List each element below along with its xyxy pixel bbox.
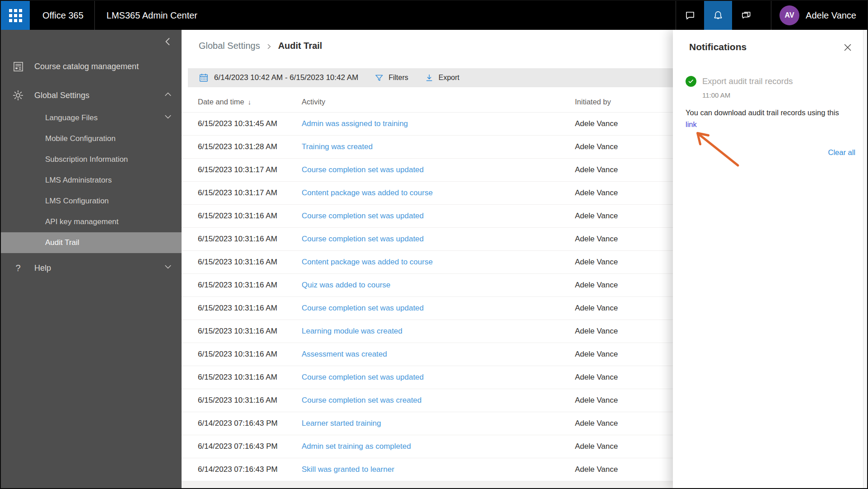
row-date: 6/15/2023 10:31:16 AM [198, 235, 302, 244]
sidebar-item-label: Mobile Configuration [45, 134, 116, 143]
clear-all-button[interactable]: Clear all [828, 148, 855, 157]
notification-title: Export audit trail records [702, 76, 793, 86]
close-notifications-button[interactable] [843, 42, 853, 52]
user-avatar[interactable]: AV [779, 5, 799, 25]
column-header-activity: Activity [302, 98, 575, 106]
chevron-right-icon [266, 43, 273, 50]
close-icon [843, 43, 852, 52]
feedback-button[interactable] [732, 1, 760, 30]
sort-desc-icon: ↓ [248, 98, 252, 106]
gear-icon [12, 89, 24, 102]
activity-link[interactable]: Learner started training [302, 419, 381, 428]
app-title: LMS365 Admin Center [107, 10, 197, 21]
sidebar-item-label: Language Files [45, 113, 98, 122]
app-window: Office 365 LMS365 Admin Center [0, 0, 868, 489]
topbar-divider [771, 1, 771, 30]
sidebar-collapse-button[interactable] [163, 36, 173, 49]
activity-link[interactable]: Admin set training as completed [302, 442, 411, 451]
chat-button[interactable] [676, 1, 704, 30]
notification-time: 11:00 AM [702, 91, 730, 99]
activity-link[interactable]: Skill was granted to learner [302, 465, 394, 474]
notifications-panel: Notifications Export audit trail records… [673, 30, 867, 488]
filters-label: Filters [388, 74, 408, 82]
avatar-initials: AV [785, 11, 794, 19]
activity-link[interactable]: Content package was added to course [302, 258, 433, 266]
app-launcher-icon [9, 9, 22, 22]
row-date: 6/15/2023 10:31:28 AM [198, 142, 302, 151]
collapse-icon [163, 36, 173, 47]
row-date: 6/14/2023 07:16:43 PM [198, 419, 302, 428]
sidebar-item-lms-configuration[interactable]: LMS Configuration [1, 191, 182, 212]
sidebar-nav: Course catalog management Global Setting… [1, 30, 182, 488]
row-date: 6/15/2023 10:31:45 AM [198, 119, 302, 128]
row-date: 6/15/2023 10:31:16 AM [198, 396, 302, 405]
activity-link[interactable]: Course completion set was updated [302, 212, 424, 220]
sidebar-item-label: Course catalog management [34, 62, 139, 71]
chevron-down-icon [163, 113, 173, 124]
sidebar-item-label: Help [34, 263, 51, 273]
suite-bar: Office 365 LMS365 Admin Center [1, 1, 867, 30]
filters-button[interactable]: Filters [374, 73, 408, 83]
bell-icon [712, 9, 724, 21]
row-date: 6/15/2023 10:31:16 AM [198, 212, 302, 221]
page-title: Audit Trail [278, 41, 322, 51]
column-header-date-and-time[interactable]: Date and time ↓ [198, 98, 302, 106]
sidebar-item-course-catalog-management[interactable]: Course catalog management [1, 54, 182, 79]
sidebar-item-mobile-configuration[interactable]: Mobile Configuration [1, 128, 182, 149]
row-date: 6/15/2023 10:31:16 AM [198, 258, 302, 267]
sidebar-item-label: Global Settings [34, 91, 89, 100]
breadcrumb-global-settings[interactable]: Global Settings [199, 41, 260, 51]
activity-link[interactable]: Course completion set was updated [302, 304, 424, 312]
sidebar-item-subscription-information[interactable]: Subscription Information [1, 149, 182, 170]
sidebar-collapse-row [1, 30, 182, 52]
activity-link[interactable]: Course completion set was updated [302, 373, 424, 381]
chevron-down-icon [163, 263, 173, 274]
activity-link[interactable]: Learning module was created [302, 327, 402, 335]
sidebar-item-api-key-management[interactable]: API key management [1, 212, 182, 232]
column-header-label: Date and time [198, 98, 244, 106]
catalog-icon [12, 60, 24, 73]
row-date: 6/15/2023 10:31:17 AM [198, 188, 302, 197]
sidebar-item-label: API key management [45, 217, 119, 226]
activity-link[interactable]: Course completion set was updated [302, 235, 424, 243]
row-date: 6/14/2023 07:16:43 PM [198, 465, 302, 474]
chevron-up-icon [163, 90, 173, 101]
export-label: Export [439, 74, 459, 82]
sidebar-item-label: LMS Administrators [45, 176, 112, 185]
activity-link[interactable]: Admin was assigned to training [302, 119, 408, 128]
activity-link[interactable]: Training was created [302, 142, 373, 151]
sidebar-item-lms-administrators[interactable]: LMS Administrators [1, 170, 182, 191]
activity-link[interactable]: Content package was added to course [302, 188, 433, 197]
notifications-button[interactable] [704, 1, 732, 30]
notifications-panel-title: Notifications [689, 42, 747, 52]
chat-icon [684, 9, 696, 21]
activity-link[interactable]: Course completion set was created [302, 396, 422, 404]
panel-scrollbar-gutter[interactable] [863, 30, 867, 488]
sidebar-item-label: Subscription Information [45, 155, 128, 164]
export-button[interactable]: Export [425, 73, 459, 83]
app-launcher-button[interactable] [1, 1, 30, 30]
activity-link[interactable]: Course completion set was updated [302, 165, 424, 174]
activity-link[interactable]: Assessment was created [302, 350, 387, 358]
feedback-icon [740, 9, 752, 21]
row-date: 6/15/2023 10:31:16 AM [198, 350, 302, 359]
user-name[interactable]: Adele Vance [806, 10, 856, 21]
sidebar-item-global-settings[interactable]: Global Settings [1, 83, 182, 108]
sidebar-item-help[interactable]: ? Help [1, 256, 182, 280]
notification-body-text: You can download audit trail records usi… [686, 108, 839, 117]
success-icon [686, 76, 696, 87]
help-icon: ? [12, 262, 24, 274]
sidebar-item-audit-trail[interactable]: Audit Trail [1, 232, 182, 253]
row-date: 6/14/2023 07:16:43 PM [198, 442, 302, 451]
date-range-picker[interactable]: 6/14/2023 10:42 AM - 6/15/2023 10:42 AM [214, 73, 358, 82]
row-date: 6/15/2023 10:31:16 AM [198, 327, 302, 336]
sidebar-item-label: LMS Configuration [45, 197, 109, 206]
topbar-divider [94, 1, 95, 30]
activity-link[interactable]: Quiz was added to course [302, 281, 391, 289]
row-date: 6/15/2023 10:31:16 AM [198, 304, 302, 313]
row-date: 6/15/2023 10:31:16 AM [198, 281, 302, 290]
office-365-link[interactable]: Office 365 [42, 10, 84, 21]
row-date: 6/15/2023 10:31:17 AM [198, 165, 302, 174]
row-date: 6/15/2023 10:31:16 AM [198, 373, 302, 382]
sidebar-item-language-files[interactable]: Language Files [1, 108, 182, 128]
